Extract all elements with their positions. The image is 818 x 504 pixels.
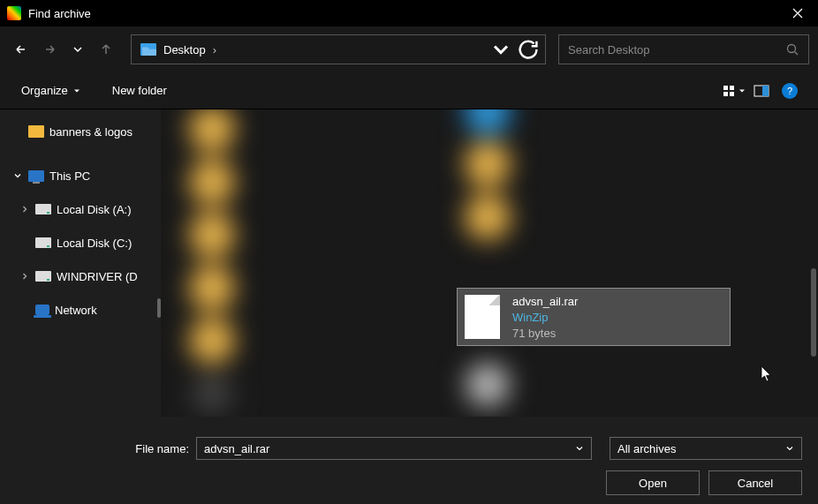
sidebar-item-disk-c[interactable]: Local Disk (C:) xyxy=(0,229,161,256)
refresh-icon xyxy=(515,36,542,63)
sidebar-item-windriver[interactable]: WINDRIVER (D xyxy=(0,263,161,290)
chevron-right-icon xyxy=(19,204,30,214)
file-item-selected[interactable]: advsn_ail.rar WinZip 71 bytes xyxy=(457,288,731,346)
file-size: 71 bytes xyxy=(512,327,578,340)
search-input[interactable] xyxy=(568,43,785,56)
arrow-right-icon xyxy=(42,42,57,56)
chevron-down-icon xyxy=(785,444,794,453)
arrow-up-icon xyxy=(99,42,113,56)
back-button[interactable] xyxy=(9,37,34,62)
caret-down-icon xyxy=(738,87,746,94)
search-icon xyxy=(785,42,799,56)
chevron-right-icon: › xyxy=(206,43,223,56)
file-type-filter[interactable]: All archives xyxy=(610,437,802,460)
network-icon xyxy=(35,305,49,315)
recent-button[interactable] xyxy=(65,37,90,62)
app-icon xyxy=(7,6,21,20)
preview-pane-icon xyxy=(754,84,769,98)
window-title: Find archive xyxy=(28,7,91,20)
organize-button[interactable]: Organize xyxy=(14,79,87,102)
filter-label: All archives xyxy=(617,442,785,455)
folder-icon xyxy=(28,125,44,138)
arrow-left-icon xyxy=(14,42,28,56)
organize-label: Organize xyxy=(21,84,68,97)
sidebar-item-this-pc[interactable]: This PC xyxy=(0,162,161,189)
file-icon xyxy=(465,295,500,339)
file-scrollbar[interactable] xyxy=(811,268,816,357)
svg-rect-2 xyxy=(730,86,734,90)
up-button[interactable] xyxy=(94,37,118,62)
desktop-icon xyxy=(140,43,156,56)
sidebar-tree: banners & logos This PC Local Disk (A:) … xyxy=(0,109,161,417)
svg-point-0 xyxy=(788,45,796,53)
chevron-down-icon[interactable] xyxy=(575,444,584,453)
filename-label: File name: xyxy=(16,442,189,455)
search-box[interactable] xyxy=(558,34,809,64)
file-name: advsn_ail.rar xyxy=(512,295,578,308)
sidebar-item-network[interactable]: Network xyxy=(0,297,161,323)
close-icon xyxy=(792,8,803,19)
sidebar-item-disk-a[interactable]: Local Disk (A:) xyxy=(0,196,161,222)
view-options-button[interactable] xyxy=(719,79,747,103)
cancel-button[interactable]: Cancel xyxy=(708,470,802,495)
help-icon: ? xyxy=(782,83,798,99)
refresh-button[interactable] xyxy=(515,36,542,63)
file-list[interactable]: advsn_ail.rar WinZip 71 bytes xyxy=(161,109,818,417)
disk-icon xyxy=(35,271,51,282)
close-button[interactable] xyxy=(777,0,818,26)
cursor-icon xyxy=(761,365,773,383)
svg-rect-4 xyxy=(730,92,734,96)
disk-icon xyxy=(35,204,51,214)
svg-rect-1 xyxy=(723,86,728,90)
file-type: WinZip xyxy=(512,311,578,324)
new-folder-button[interactable]: New folder xyxy=(105,79,174,102)
pc-icon xyxy=(28,170,44,182)
caret-down-icon xyxy=(73,87,80,94)
forward-button[interactable] xyxy=(37,37,62,62)
new-folder-label: New folder xyxy=(112,84,167,97)
chevron-down-icon xyxy=(12,170,23,181)
svg-rect-3 xyxy=(723,92,728,96)
disk-icon xyxy=(35,237,51,248)
sidebar-item-banners[interactable]: banners & logos xyxy=(0,118,161,145)
help-button[interactable]: ? xyxy=(776,79,804,103)
svg-rect-6 xyxy=(762,86,769,96)
breadcrumb[interactable]: Desktop › xyxy=(131,34,546,64)
breadcrumb-location: Desktop xyxy=(163,43,206,56)
chevron-down-icon xyxy=(489,37,513,62)
breadcrumb-dropdown[interactable] xyxy=(489,37,513,62)
chevron-right-icon xyxy=(19,271,30,282)
tiles-icon xyxy=(722,84,736,98)
preview-pane-button[interactable] xyxy=(747,79,776,103)
chevron-down-icon xyxy=(71,42,85,56)
filename-input[interactable] xyxy=(204,442,575,455)
open-button[interactable]: Open xyxy=(606,470,700,495)
filename-field[interactable] xyxy=(196,437,592,460)
